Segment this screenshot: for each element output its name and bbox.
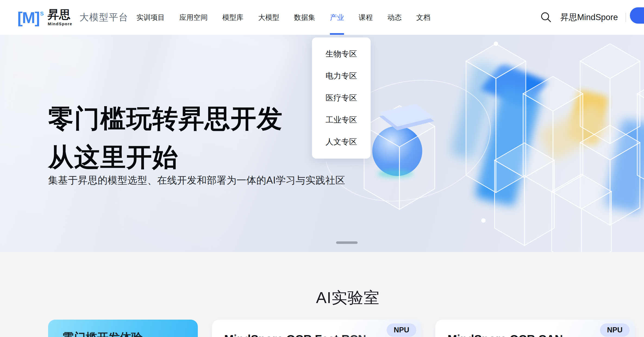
nav-item-training-projects[interactable]: 实训项目 xyxy=(136,0,165,35)
logo-mark-icon: [M]s xyxy=(17,10,43,26)
lab-card-ocr-can[interactable]: NPU MindSpore OCR CAN xyxy=(435,320,634,337)
mindspore-logo[interactable]: [M]s 昇思 MindSpore 大模型平台 xyxy=(17,0,128,35)
industry-dropdown-menu: 生物专区 电力专区 医疗专区 工业专区 人文专区 xyxy=(312,37,371,159)
active-nav-underline xyxy=(330,33,344,35)
hero-title: 零门槛玩转昇思开发 从这里开始 xyxy=(48,99,283,177)
header-right-group: 昇思MindSpore xyxy=(540,0,626,35)
npu-badge: NPU xyxy=(600,323,630,337)
nav-item-news[interactable]: 动态 xyxy=(387,0,402,35)
carousel-indicator[interactable] xyxy=(336,241,358,244)
brand-name-cn: 昇思 xyxy=(48,9,72,21)
dropdown-item-biology[interactable]: 生物专区 xyxy=(326,49,357,59)
dropdown-item-power[interactable]: 电力专区 xyxy=(326,71,357,81)
nav-item-large-models[interactable]: 大模型 xyxy=(258,0,279,35)
hero-3d-cubes-graphic xyxy=(326,35,644,252)
mindspore-platform-page: 零门槛玩转昇思开发 从这里开始 集基于昇思的模型选型、在线开发和部署为一体的AI… xyxy=(0,0,644,337)
ai-lab-heading: AI实验室 xyxy=(283,287,413,308)
hero-title-line2: 从这里开始 xyxy=(48,138,283,177)
mindspore-home-link[interactable]: 昇思MindSpore xyxy=(560,12,618,23)
nav-item-docs[interactable]: 文档 xyxy=(416,0,430,35)
card-title: 零门槛开发体验 xyxy=(63,330,143,337)
nav-item-model-zoo[interactable]: 模型库 xyxy=(222,0,243,35)
platform-name: 大模型平台 xyxy=(79,11,128,24)
dropdown-item-industrial[interactable]: 工业专区 xyxy=(326,115,357,125)
hero-subtitle: 集基于昇思的模型选型、在线开发和部署为一体的AI学习与实践社区 xyxy=(48,174,345,187)
header-pill-button[interactable] xyxy=(630,7,644,24)
header-divider xyxy=(626,13,626,22)
hero-title-line1: 零门槛玩转昇思开发 xyxy=(48,99,283,138)
nav-item-datasets[interactable]: 数据集 xyxy=(294,0,315,35)
search-icon[interactable] xyxy=(540,11,552,23)
main-nav: 实训项目 应用空间 模型库 大模型 数据集 产业 课程 动态 文档 xyxy=(136,0,430,35)
lab-card-ocr-fast-rcn[interactable]: NPU MindSpore OCR Fast RCN xyxy=(212,320,421,337)
brand-name-en: MindSpore xyxy=(48,21,72,26)
dropdown-item-humanities[interactable]: 人文专区 xyxy=(326,137,357,147)
nav-item-courses[interactable]: 课程 xyxy=(359,0,373,35)
nav-item-app-space[interactable]: 应用空间 xyxy=(179,0,208,35)
brand-name: 昇思 MindSpore xyxy=(48,9,72,26)
top-navigation-bar: [M]s 昇思 MindSpore 大模型平台 实训项目 应用空间 模型库 大模… xyxy=(0,0,644,35)
lab-card-zero-threshold-experience[interactable]: 零门槛开发体验 xyxy=(48,320,198,337)
card-title: MindSpore OCR CAN xyxy=(448,333,563,337)
card-title: MindSpore OCR Fast RCN xyxy=(224,333,366,337)
dropdown-item-medical[interactable]: 医疗专区 xyxy=(326,93,357,103)
nav-item-industry[interactable]: 产业 xyxy=(330,0,344,35)
ai-lab-section: AI实验室 零门槛开发体验 NPU MindSpore OCR Fast RCN… xyxy=(0,252,644,337)
npu-badge: NPU xyxy=(387,323,416,337)
